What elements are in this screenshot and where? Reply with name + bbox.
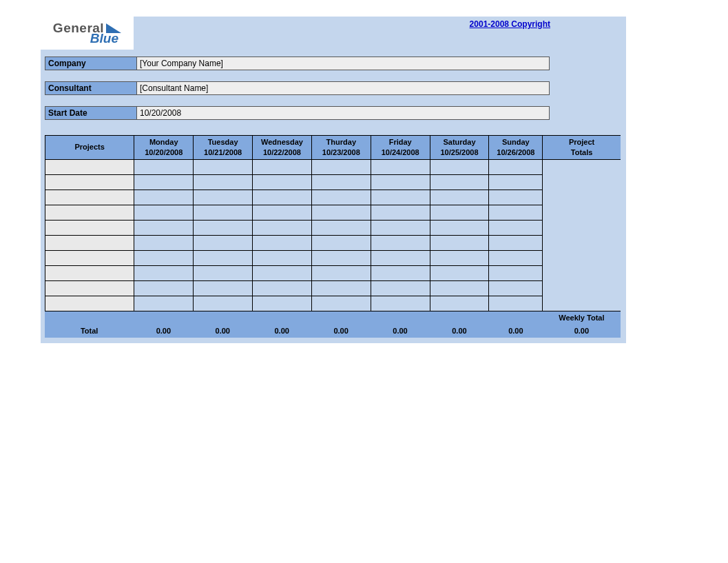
table-row bbox=[45, 159, 621, 174]
hours-cell[interactable] bbox=[194, 190, 253, 205]
hours-cell[interactable] bbox=[134, 220, 194, 235]
hours-cell[interactable] bbox=[311, 174, 371, 190]
hours-cell[interactable] bbox=[371, 159, 430, 174]
hours-cell[interactable] bbox=[253, 280, 312, 296]
consultant-value[interactable]: [Consultant Name] bbox=[137, 81, 550, 95]
hours-cell[interactable] bbox=[489, 159, 543, 174]
hours-cell[interactable] bbox=[489, 280, 543, 296]
hours-cell[interactable] bbox=[489, 190, 543, 205]
weekly-total-label-row: Weekly Total bbox=[45, 311, 621, 325]
hours-cell[interactable] bbox=[134, 250, 194, 265]
hours-cell[interactable] bbox=[194, 250, 253, 265]
hours-cell[interactable] bbox=[134, 296, 194, 311]
hours-cell[interactable] bbox=[430, 220, 489, 235]
hours-cell[interactable] bbox=[430, 250, 489, 265]
hours-cell[interactable] bbox=[489, 205, 543, 220]
hours-cell[interactable] bbox=[311, 190, 371, 205]
project-name-cell[interactable] bbox=[45, 174, 134, 190]
hours-cell[interactable] bbox=[194, 265, 253, 280]
project-total-cell bbox=[543, 265, 621, 280]
day-header-sun: Sunday10/26/2008 bbox=[489, 136, 543, 160]
project-name-cell[interactable] bbox=[45, 159, 134, 174]
project-name-cell[interactable] bbox=[45, 280, 134, 296]
hours-cell[interactable] bbox=[194, 235, 253, 250]
total-label: Total bbox=[45, 325, 134, 338]
totals-footer: Weekly Total Total 0.00 0.00 0.00 0.00 0… bbox=[45, 311, 621, 338]
hours-cell[interactable] bbox=[371, 265, 430, 280]
hours-cell[interactable] bbox=[134, 174, 194, 190]
company-value[interactable]: [Your Company Name] bbox=[137, 57, 550, 70]
hours-cell[interactable] bbox=[253, 190, 312, 205]
hours-cell[interactable] bbox=[311, 280, 371, 296]
startdate-value[interactable]: 10/20/2008 bbox=[137, 106, 550, 120]
consultant-label: Consultant bbox=[45, 81, 137, 95]
project-total-cell bbox=[543, 174, 621, 190]
day-header-sat: Saturday10/25/2008 bbox=[430, 136, 489, 160]
hours-cell[interactable] bbox=[371, 280, 430, 296]
hours-cell[interactable] bbox=[253, 159, 312, 174]
hours-cell[interactable] bbox=[134, 190, 194, 205]
hours-cell[interactable] bbox=[430, 190, 489, 205]
hours-cell[interactable] bbox=[253, 265, 312, 280]
hours-cell[interactable] bbox=[371, 250, 430, 265]
hours-cell[interactable] bbox=[430, 205, 489, 220]
hours-cell[interactable] bbox=[194, 280, 253, 296]
day-header-thu: Thurday10/23/2008 bbox=[311, 136, 371, 160]
hours-cell[interactable] bbox=[489, 174, 543, 190]
table-row bbox=[45, 296, 621, 311]
hours-cell[interactable] bbox=[489, 265, 543, 280]
hours-cell[interactable] bbox=[489, 235, 543, 250]
copyright-link[interactable]: 2001-2008 Copyright bbox=[470, 19, 550, 29]
hours-cell[interactable] bbox=[371, 220, 430, 235]
hours-cell[interactable] bbox=[194, 174, 253, 190]
hours-cell[interactable] bbox=[311, 296, 371, 311]
hours-cell[interactable] bbox=[430, 235, 489, 250]
hours-cell[interactable] bbox=[430, 174, 489, 190]
hours-cell[interactable] bbox=[134, 159, 194, 174]
hours-cell[interactable] bbox=[311, 250, 371, 265]
hours-cell[interactable] bbox=[371, 296, 430, 311]
hours-cell[interactable] bbox=[311, 220, 371, 235]
project-name-cell[interactable] bbox=[45, 250, 134, 265]
hours-cell[interactable] bbox=[194, 296, 253, 311]
project-name-cell[interactable] bbox=[45, 265, 134, 280]
hours-cell[interactable] bbox=[253, 174, 312, 190]
hours-cell[interactable] bbox=[430, 265, 489, 280]
project-name-cell[interactable] bbox=[45, 190, 134, 205]
hours-cell[interactable] bbox=[134, 280, 194, 296]
hours-cell[interactable] bbox=[371, 235, 430, 250]
hours-cell[interactable] bbox=[253, 296, 312, 311]
hours-cell[interactable] bbox=[253, 250, 312, 265]
project-name-cell[interactable] bbox=[45, 205, 134, 220]
hours-cell[interactable] bbox=[253, 205, 312, 220]
table-header-row: Projects Monday10/20/2008 Tuesday10/21/2… bbox=[45, 136, 621, 160]
hours-cell[interactable] bbox=[430, 296, 489, 311]
hours-cell[interactable] bbox=[311, 205, 371, 220]
hours-cell[interactable] bbox=[489, 296, 543, 311]
table-row bbox=[45, 280, 621, 296]
consultant-row: Consultant [Consultant Name] bbox=[45, 81, 622, 95]
hours-cell[interactable] bbox=[194, 220, 253, 235]
startdate-row: Start Date 10/20/2008 bbox=[45, 106, 622, 120]
hours-cell[interactable] bbox=[371, 190, 430, 205]
hours-cell[interactable] bbox=[489, 220, 543, 235]
hours-cell[interactable] bbox=[253, 220, 312, 235]
hours-cell[interactable] bbox=[430, 280, 489, 296]
hours-cell[interactable] bbox=[194, 205, 253, 220]
hours-cell[interactable] bbox=[311, 235, 371, 250]
project-name-cell[interactable] bbox=[45, 220, 134, 235]
hours-cell[interactable] bbox=[371, 205, 430, 220]
hours-cell[interactable] bbox=[134, 265, 194, 280]
hours-cell[interactable] bbox=[311, 265, 371, 280]
hours-cell[interactable] bbox=[194, 159, 253, 174]
hours-cell[interactable] bbox=[489, 250, 543, 265]
hours-cell[interactable] bbox=[134, 205, 194, 220]
project-name-cell[interactable] bbox=[45, 296, 134, 311]
project-name-cell[interactable] bbox=[45, 235, 134, 250]
hours-cell[interactable] bbox=[311, 159, 371, 174]
hours-cell[interactable] bbox=[134, 235, 194, 250]
hours-cell[interactable] bbox=[371, 174, 430, 190]
timesheet-sheet: General Blue 2001-2008 Copyright Company… bbox=[41, 17, 626, 343]
hours-cell[interactable] bbox=[430, 159, 489, 174]
hours-cell[interactable] bbox=[253, 235, 312, 250]
